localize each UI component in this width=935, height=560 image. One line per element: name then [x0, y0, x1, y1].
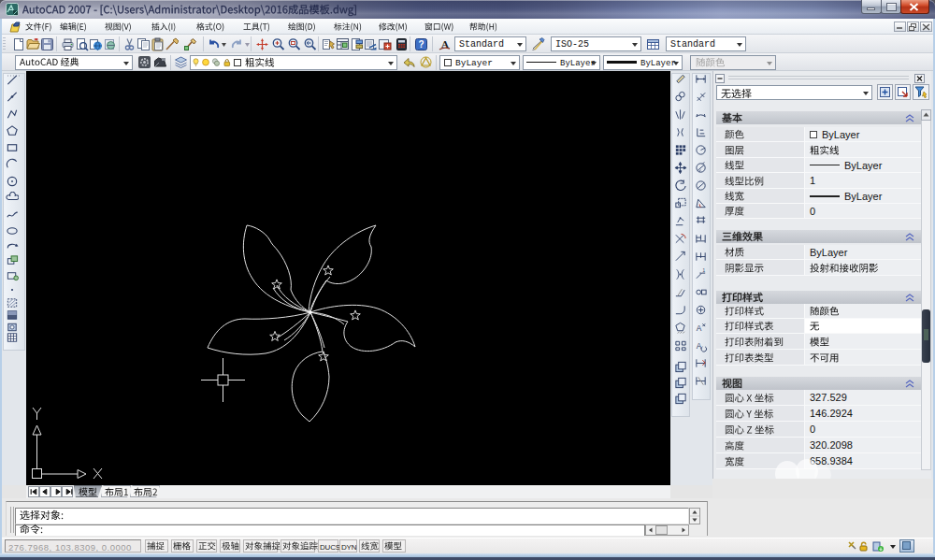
svg-text:1: 1 — [702, 268, 705, 273]
svg-text:A: A — [697, 323, 702, 333]
svg-text:?: ? — [418, 39, 424, 50]
